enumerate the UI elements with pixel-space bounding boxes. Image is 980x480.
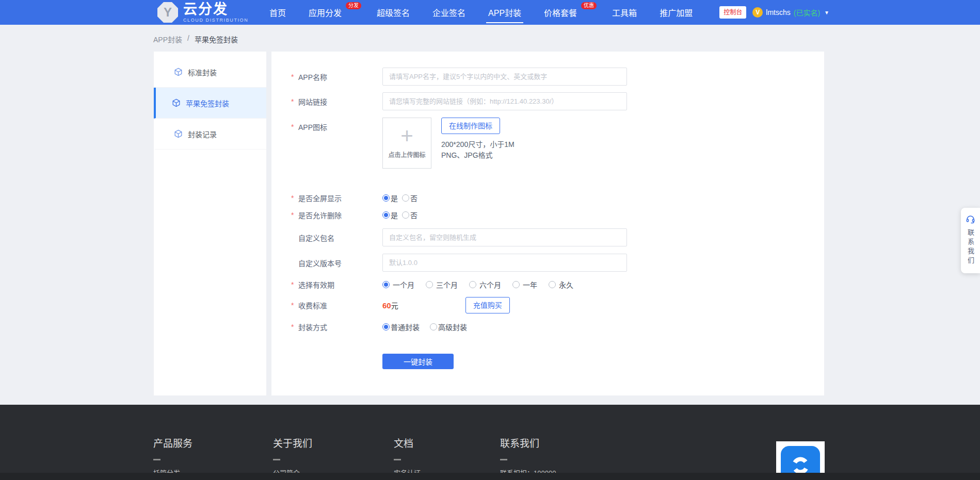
required-asterisk: *	[291, 211, 294, 219]
footer-dash	[394, 459, 401, 460]
package-name-input[interactable]	[382, 228, 627, 246]
fullscreen-no-option[interactable]: 否	[402, 193, 417, 203]
required-asterisk: *	[291, 280, 294, 289]
validity-forever-option[interactable]: 永久	[549, 279, 573, 290]
package-mode-label: * 封装方式	[298, 322, 382, 332]
top-nav-bar: Y 云分发 CLOUD DISTRIBUTION 首页 应用分发 分发 超级签名…	[0, 0, 980, 25]
icon-upload-box[interactable]: + 点击上传图标	[382, 118, 431, 169]
required-asterisk: *	[291, 97, 294, 106]
nav-item-enterprise-sign[interactable]: 企业签名	[421, 0, 477, 25]
discount-badge: 优惠	[581, 2, 597, 9]
footer-col-title: 联系我们	[500, 436, 556, 450]
sidebar: 标准封装 苹果免签封装 封装记录	[154, 52, 266, 395]
price-unit: 元	[391, 300, 398, 310]
app-icon-row: * APP图标 + 点击上传图标 在线制作图标 200*200尺寸，小于1M P…	[271, 118, 824, 169]
sidebar-item-apple-nosign-package[interactable]: 苹果免签封装	[154, 88, 266, 119]
footer-col-title: 关于我们	[273, 436, 312, 450]
app-name-row: * APP名称	[271, 68, 824, 86]
icon-format-hint: PNG、JPG格式	[441, 150, 515, 161]
sidebar-item-standard-package[interactable]: 标准封装	[154, 57, 266, 88]
package-cube-icon	[173, 129, 183, 139]
allow-delete-label: * 是否允许删除	[298, 210, 382, 220]
allow-delete-no-option[interactable]: 否	[402, 210, 417, 220]
contact-us-vertical-label: 联系我们	[966, 229, 975, 266]
required-asterisk: *	[291, 323, 294, 331]
console-button[interactable]: 控制台	[719, 6, 746, 19]
price-row: * 收费标准 60 元 充值购买	[271, 297, 824, 313]
headset-icon	[966, 214, 975, 224]
radio-icon	[430, 323, 437, 330]
nav-item-app-distribution[interactable]: 应用分发 分发	[297, 0, 365, 25]
fullscreen-yes-option[interactable]: 是	[382, 193, 398, 203]
nav-item-promotion[interactable]: 推广加盟	[648, 0, 704, 25]
nav-item-app-package[interactable]: APP封装	[477, 0, 533, 25]
validity-one-year-option[interactable]: 一年	[512, 279, 537, 290]
validity-one-month-option[interactable]: 一个月	[382, 279, 414, 290]
user-menu[interactable]: V lmtschs (已实名) ▼	[752, 7, 829, 18]
nav-item-pricing[interactable]: 价格套餐 优惠	[533, 0, 601, 25]
logo-subtitle: CLOUD DISTRIBUTION	[183, 18, 248, 23]
recharge-buy-button[interactable]: 充值购买	[465, 297, 510, 313]
contact-us-widget[interactable]: 联系我们	[961, 208, 980, 273]
radio-checked-icon	[382, 194, 390, 202]
validity-three-months-option[interactable]: 三个月	[426, 279, 458, 290]
version-row: 自定义版本号	[271, 254, 824, 272]
app-name-label: * APP名称	[298, 72, 382, 82]
logo-octagon-icon: Y	[157, 2, 178, 23]
make-icon-online-button[interactable]: 在线制作图标	[441, 118, 500, 134]
package-cube-icon	[171, 98, 181, 108]
validity-six-months-option[interactable]: 六个月	[469, 279, 501, 290]
footer-dash	[153, 459, 160, 460]
validity-row: * 选择有效期 一个月 三个月 六个月	[271, 279, 824, 290]
sidebar-item-label: 标准封装	[188, 67, 217, 77]
fullscreen-row: * 是否全屏显示 是 否	[271, 193, 824, 203]
sidebar-item-label: 苹果免签封装	[186, 98, 229, 108]
mode-advanced-option[interactable]: 高级封装	[430, 322, 467, 332]
nav-item-toolbox[interactable]: 工具箱	[601, 0, 648, 25]
sidebar-item-package-history[interactable]: 封装记录	[154, 119, 266, 150]
sidebar-item-label: 封装记录	[188, 129, 217, 139]
logo-title: 云分发	[183, 3, 248, 16]
one-click-package-button[interactable]: 一键封装	[382, 354, 454, 369]
required-asterisk: *	[291, 123, 294, 131]
allow-delete-row: * 是否允许删除 是 否	[271, 210, 824, 220]
package-name-label: 自定义包名	[298, 233, 382, 243]
footer-dash	[273, 459, 280, 460]
mode-normal-option[interactable]: 普通封装	[382, 322, 420, 332]
header-right: 控制台 V lmtschs (已实名) ▼	[719, 0, 829, 25]
avatar: V	[752, 7, 763, 18]
breadcrumb-separator: /	[187, 34, 189, 44]
price-amount: 60	[382, 301, 391, 310]
site-url-input[interactable]	[382, 92, 627, 110]
package-cube-icon	[173, 67, 183, 77]
allow-delete-yes-option[interactable]: 是	[382, 210, 398, 220]
nav-item-home[interactable]: 首页	[258, 0, 297, 25]
fullscreen-label: * 是否全屏显示	[298, 193, 382, 203]
breadcrumb-app-package[interactable]: APP封装	[153, 34, 182, 44]
radio-icon	[549, 281, 556, 288]
footer-dash	[500, 459, 507, 460]
site-url-row: * 网站链接	[271, 92, 824, 110]
icon-size-hint: 200*200尺寸，小于1M	[441, 139, 515, 150]
price-label: * 收费标准	[298, 300, 382, 310]
icon-requirements: 200*200尺寸，小于1M PNG、JPG格式	[441, 139, 515, 161]
required-asterisk: *	[291, 73, 294, 81]
required-asterisk: *	[291, 194, 294, 202]
site-url-label: * 网站链接	[298, 96, 382, 107]
radio-icon	[426, 281, 433, 288]
validity-label: * 选择有效期	[298, 279, 382, 290]
user-name: lmtschs	[766, 8, 790, 16]
page: Y 云分发 CLOUD DISTRIBUTION 首页 应用分发 分发 超级签名…	[0, 0, 980, 480]
package-mode-row: * 封装方式 普通封装 高级封装	[271, 322, 824, 332]
logo[interactable]: Y 云分发 CLOUD DISTRIBUTION	[157, 2, 248, 23]
app-icon-label: * APP图标	[298, 122, 382, 132]
breadcrumb: APP封装 / 苹果免签封装	[153, 34, 238, 44]
package-form-panel: * APP名称 * 网站链接 * APP图标 + 点击上	[271, 52, 824, 395]
main-nav: 首页 应用分发 分发 超级签名 企业签名 APP封装 价格套餐 优惠 工具箱 推…	[258, 0, 704, 25]
app-name-input[interactable]	[382, 68, 627, 86]
version-label: 自定义版本号	[298, 258, 382, 268]
radio-checked-icon	[382, 211, 390, 219]
version-input[interactable]	[382, 254, 627, 272]
nav-item-label: 价格套餐	[544, 6, 577, 19]
nav-item-super-sign[interactable]: 超级签名	[365, 0, 421, 25]
